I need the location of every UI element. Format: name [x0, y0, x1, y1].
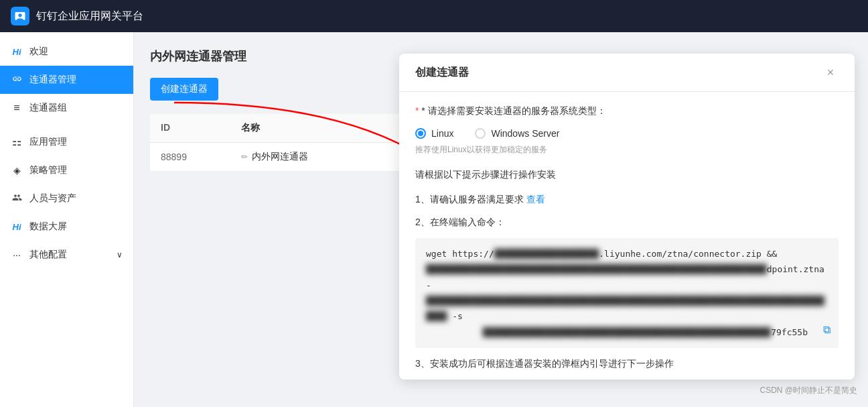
command-line-4: ████████████████████████████████████████…	[426, 325, 828, 340]
link-icon	[11, 74, 23, 86]
modal-close-button[interactable]: ×	[822, 64, 839, 80]
os-type-label: * * 请选择需要安装连通器的服务器系统类型：	[415, 105, 839, 117]
blurred-cmd4: ████████████████████████████████████████…	[483, 327, 771, 337]
sidebar-item-policy-label: 策略管理	[29, 164, 123, 176]
step-1: 1、请确认服务器满足要求 查看	[415, 192, 839, 207]
windows-radio-label: Windows Server	[491, 128, 559, 139]
sidebar-item-people-assets[interactable]: 人员与资产	[0, 184, 133, 213]
table-cell-id: 88899	[161, 152, 241, 162]
sidebar-item-welcome[interactable]: Hi 欢迎	[0, 38, 133, 66]
step-2: 2、在终端输入命令：	[415, 215, 839, 229]
command-suffix: 79fc55b	[771, 327, 808, 337]
data-icon: Hi	[11, 222, 23, 232]
sidebar-item-app-label: 应用管理	[29, 136, 123, 148]
app-title: 钉钉企业应用网关平台	[36, 9, 143, 23]
create-connector-modal: 创建连通器 × * * 请选择需要安装连通器的服务器系统类型： Linux Wi…	[399, 54, 855, 380]
windows-radio-option[interactable]: Windows Server	[475, 128, 559, 139]
copy-button[interactable]: ⧉	[823, 321, 830, 340]
top-header: 钉钉企业应用网关平台	[0, 0, 868, 32]
hi-icon: Hi	[11, 47, 23, 57]
linux-radio-option[interactable]: Linux	[415, 128, 453, 139]
grid-icon: ⚏	[11, 135, 23, 148]
command-line-3: ████████████████████████████████████████…	[426, 293, 828, 325]
linux-radio-circle	[415, 128, 426, 139]
sidebar-item-connector-label: 连通器管理	[29, 74, 123, 86]
sidebar-item-data-label: 数据大屏	[29, 221, 123, 233]
csdn-watermark: CSDN @时间静止不是简史	[760, 385, 857, 396]
windows-radio-circle	[475, 128, 486, 139]
os-radio-group: Linux Windows Server	[415, 128, 839, 139]
command-line-1: wget https://████████████████████.liyunh…	[426, 246, 828, 261]
sidebar-item-connector-mgmt[interactable]: 连通器管理	[0, 66, 133, 94]
linux-radio-label: Linux	[431, 128, 453, 139]
required-mark: *	[415, 105, 419, 116]
edit-icon: ✏	[241, 152, 248, 162]
command-block: wget https://████████████████████.liyunh…	[415, 238, 839, 348]
sidebar-item-other-config[interactable]: ··· 其他配置 ∨	[0, 241, 133, 269]
sidebar-item-other-label: 其他配置	[29, 249, 110, 261]
sidebar-item-connector-group[interactable]: ≡ 连通器组	[0, 94, 133, 122]
instructions-title: 请根据以下提示步骤进行操作安装	[415, 169, 839, 181]
sidebar-item-policy-mgmt[interactable]: ◈ 策略管理	[0, 156, 133, 184]
step-3: 3、安装成功后可根据连通器安装的弹框内引导进行下一步操作	[415, 356, 839, 371]
chevron-down-icon: ∨	[117, 250, 123, 259]
blurred-cmd2: ████████████████████████████████████████…	[426, 264, 767, 274]
linux-hint: 推荐使用Linux以获得更加稳定的服务	[415, 144, 839, 156]
blurred-host: ████████████████████	[494, 249, 599, 259]
modal-title: 创建连通器	[415, 66, 469, 80]
blurred-cmd3: ████████████████████████████████████████…	[426, 296, 824, 321]
modal-body: * * 请选择需要安装连通器的服务器系统类型： Linux Windows Se…	[399, 92, 855, 380]
policy-icon: ◈	[11, 165, 23, 176]
sidebar-item-app-mgmt[interactable]: ⚏ 应用管理	[0, 127, 133, 156]
sidebar-item-connector-group-label: 连通器组	[29, 102, 123, 114]
sidebar-item-label: 欢迎	[29, 46, 123, 58]
app-logo	[11, 7, 29, 25]
sidebar: Hi 欢迎 连通器管理 ≡ 连通器组 ⚏ 应用管理 ◈ 策略管理	[0, 32, 134, 407]
sidebar-item-data-screen[interactable]: Hi 数据大屏	[0, 213, 133, 241]
list-icon: ≡	[11, 102, 23, 114]
dots-icon: ···	[11, 249, 23, 260]
people-icon	[11, 192, 23, 205]
command-line-2: ████████████████████████████████████████…	[426, 261, 828, 293]
modal-header: 创建连通器 ×	[399, 54, 855, 92]
create-connector-button[interactable]: 创建连通器	[150, 78, 218, 101]
col-header-id: ID	[161, 122, 241, 134]
sidebar-item-people-label: 人员与资产	[29, 192, 123, 205]
check-requirements-link[interactable]: 查看	[526, 194, 545, 205]
connector-name: 内外网连通器	[252, 151, 308, 163]
